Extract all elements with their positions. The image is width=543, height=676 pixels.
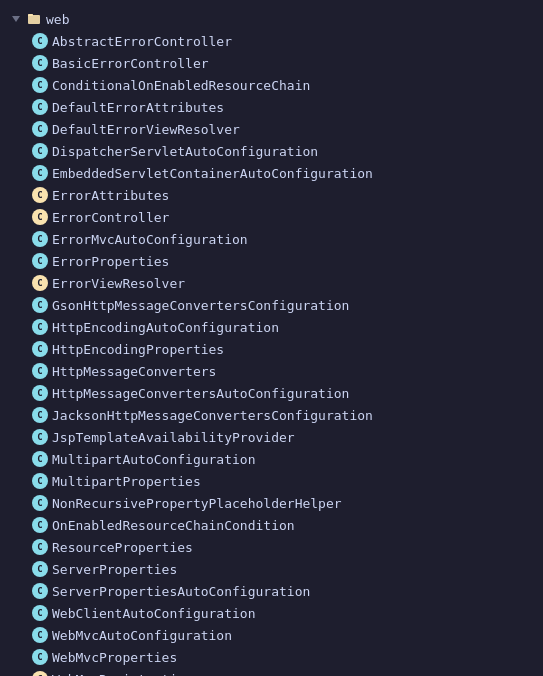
list-item[interactable]: CErrorProperties — [0, 250, 543, 272]
class-icon: C — [32, 253, 48, 269]
list-item[interactable]: CDispatcherServletAutoConfiguration — [0, 140, 543, 162]
class-icon: C — [32, 561, 48, 577]
list-item[interactable]: CHttpEncodingAutoConfiguration — [0, 316, 543, 338]
list-item[interactable]: CAbstractErrorController — [0, 30, 543, 52]
list-item[interactable]: CMultipartAutoConfiguration — [0, 448, 543, 470]
class-icon: C — [32, 583, 48, 599]
tree-container[interactable]: web CAbstractErrorControllerCBasicErrorC… — [0, 0, 543, 676]
item-label: ErrorViewResolver — [52, 276, 185, 291]
list-item[interactable]: CMultipartProperties — [0, 470, 543, 492]
class-icon: C — [32, 341, 48, 357]
class-icon: C — [32, 363, 48, 379]
class-icon: C — [32, 473, 48, 489]
class-icon: C — [32, 231, 48, 247]
class-icon: C — [32, 495, 48, 511]
list-item[interactable]: CBasicErrorController — [0, 52, 543, 74]
class-icon: C — [32, 605, 48, 621]
item-label: WebMvcRegistrations — [52, 672, 201, 677]
list-item[interactable]: CWebMvcRegistrations — [0, 668, 543, 676]
list-item[interactable]: CWebMvcAutoConfiguration — [0, 624, 543, 646]
class-icon: C — [32, 539, 48, 555]
class-icon: C — [32, 187, 48, 203]
list-item[interactable]: CGsonHttpMessageConvertersConfiguration — [0, 294, 543, 316]
class-icon: C — [32, 143, 48, 159]
item-label: JacksonHttpMessageConvertersConfiguratio… — [52, 408, 373, 423]
list-item[interactable]: CErrorViewResolver — [0, 272, 543, 294]
class-icon: C — [32, 517, 48, 533]
item-label: ServerPropertiesAutoConfiguration — [52, 584, 310, 599]
folder-icon — [26, 11, 42, 27]
item-label: HttpEncodingAutoConfiguration — [52, 320, 279, 335]
list-item[interactable]: CHttpMessageConvertersAutoConfiguration — [0, 382, 543, 404]
list-item[interactable]: CErrorMvcAutoConfiguration — [0, 228, 543, 250]
item-label: ConditionalOnEnabledResourceChain — [52, 78, 310, 93]
class-icon: C — [32, 429, 48, 445]
item-label: DispatcherServletAutoConfiguration — [52, 144, 318, 159]
item-label: DefaultErrorViewResolver — [52, 122, 240, 137]
list-item[interactable]: CWebClientAutoConfiguration — [0, 602, 543, 624]
item-label: GsonHttpMessageConvertersConfiguration — [52, 298, 349, 313]
list-item[interactable]: CDefaultErrorViewResolver — [0, 118, 543, 140]
class-icon: C — [32, 55, 48, 71]
list-item[interactable]: CNonRecursivePropertyPlaceholderHelper — [0, 492, 543, 514]
item-label: OnEnabledResourceChainCondition — [52, 518, 295, 533]
class-icon: C — [32, 407, 48, 423]
parent-label: web — [46, 12, 69, 27]
class-icon: C — [32, 451, 48, 467]
class-icon: C — [32, 385, 48, 401]
class-icon: C — [32, 77, 48, 93]
item-label: WebMvcProperties — [52, 650, 177, 665]
class-icon: C — [32, 165, 48, 181]
svg-rect-0 — [28, 15, 40, 24]
item-label: ErrorAttributes — [52, 188, 169, 203]
class-icon: C — [32, 121, 48, 137]
class-icon: C — [32, 627, 48, 643]
class-icon: C — [32, 209, 48, 225]
item-label: ResourceProperties — [52, 540, 193, 555]
item-label: MultipartProperties — [52, 474, 201, 489]
item-label: ErrorProperties — [52, 254, 169, 269]
list-item[interactable]: CHttpEncodingProperties — [0, 338, 543, 360]
list-item[interactable]: CEmbeddedServletContainerAutoConfigurati… — [0, 162, 543, 184]
class-icon: C — [32, 297, 48, 313]
tree-parent-web[interactable]: web — [0, 8, 543, 30]
item-label: ErrorController — [52, 210, 169, 225]
class-icon: C — [32, 275, 48, 291]
item-label: AbstractErrorController — [52, 34, 232, 49]
list-item[interactable]: CServerPropertiesAutoConfiguration — [0, 580, 543, 602]
item-label: DefaultErrorAttributes — [52, 100, 224, 115]
item-label: HttpEncodingProperties — [52, 342, 224, 357]
list-item[interactable]: CDefaultErrorAttributes — [0, 96, 543, 118]
item-label: MultipartAutoConfiguration — [52, 452, 256, 467]
item-label: NonRecursivePropertyPlaceholderHelper — [52, 496, 342, 511]
list-item[interactable]: CErrorController — [0, 206, 543, 228]
list-item[interactable]: CResourceProperties — [0, 536, 543, 558]
list-item[interactable]: CErrorAttributes — [0, 184, 543, 206]
item-label: HttpMessageConvertersAutoConfiguration — [52, 386, 349, 401]
list-item[interactable]: CWebMvcProperties — [0, 646, 543, 668]
item-label: HttpMessageConverters — [52, 364, 216, 379]
expand-icon — [8, 11, 24, 27]
item-label: JspTemplateAvailabilityProvider — [52, 430, 295, 445]
list-item[interactable]: CConditionalOnEnabledResourceChain — [0, 74, 543, 96]
item-label: WebMvcAutoConfiguration — [52, 628, 232, 643]
svg-rect-1 — [28, 14, 33, 16]
class-icon: C — [32, 99, 48, 115]
list-item[interactable]: CJacksonHttpMessageConvertersConfigurati… — [0, 404, 543, 426]
item-label: WebClientAutoConfiguration — [52, 606, 256, 621]
list-item[interactable]: COnEnabledResourceChainCondition — [0, 514, 543, 536]
list-item[interactable]: CJspTemplateAvailabilityProvider — [0, 426, 543, 448]
item-label: EmbeddedServletContainerAutoConfiguratio… — [52, 166, 373, 181]
class-icon: C — [32, 649, 48, 665]
list-item[interactable]: CServerProperties — [0, 558, 543, 580]
list-item[interactable]: CHttpMessageConverters — [0, 360, 543, 382]
class-icon: C — [32, 33, 48, 49]
class-icon: C — [32, 319, 48, 335]
item-label: ErrorMvcAutoConfiguration — [52, 232, 248, 247]
item-label: BasicErrorController — [52, 56, 209, 71]
class-icon: C — [32, 671, 48, 676]
item-label: ServerProperties — [52, 562, 177, 577]
